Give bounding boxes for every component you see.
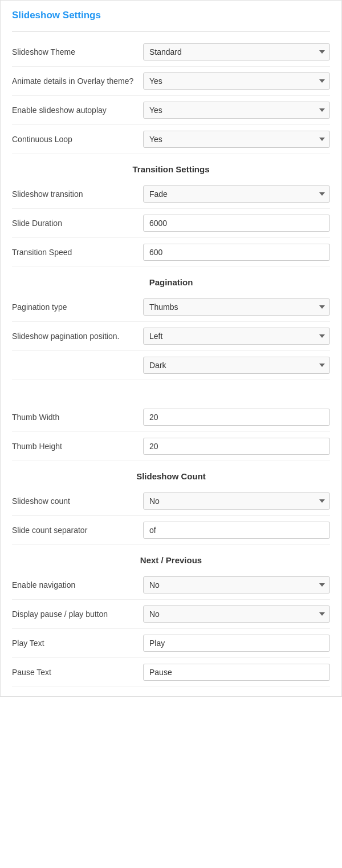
next-previous-heading: Next / Previous	[12, 545, 330, 571]
slide-duration-label: Slide Duration	[12, 219, 143, 228]
slide-duration-input[interactable]	[143, 215, 330, 232]
slideshow-transition-control: Fade Slide Zoom	[143, 185, 330, 203]
play-text-row: Play Text	[12, 629, 330, 658]
play-text-control	[143, 635, 330, 652]
thumb-height-row: Thumb Height	[12, 432, 330, 461]
thumb-height-input[interactable]	[143, 438, 330, 455]
animate-details-label: Animate details in Overlay theme?	[12, 76, 143, 86]
pause-text-label: Pause Text	[12, 668, 143, 677]
animate-details-row: Animate details in Overlay theme? Yes No	[12, 67, 330, 96]
thumb-height-label: Thumb Height	[12, 442, 143, 451]
slideshow-transition-row: Slideshow transition Fade Slide Zoom	[12, 180, 330, 209]
enable-autoplay-row: Enable slideshow autoplay Yes No	[12, 96, 330, 125]
continuous-loop-control: Yes No	[143, 131, 330, 148]
enable-navigation-row: Enable navigation No Yes	[12, 571, 330, 600]
slideshow-transition-label: Slideshow transition	[12, 189, 143, 199]
enable-navigation-label: Enable navigation	[12, 580, 143, 590]
slide-count-separator-label: Slide count separator	[12, 526, 143, 535]
enable-autoplay-label: Enable slideshow autoplay	[12, 106, 143, 115]
slideshow-count-select[interactable]: No Yes	[143, 492, 330, 510]
pause-text-row: Pause Text	[12, 658, 330, 687]
display-pause-label: Display pause / play button	[12, 609, 143, 619]
slideshow-theme-label: Slideshow Theme	[12, 47, 143, 56]
thumb-width-label: Thumb Width	[12, 413, 143, 422]
pagination-heading: Pagination	[12, 267, 330, 293]
play-text-input[interactable]	[143, 635, 330, 652]
pagination-type-select[interactable]: Thumbs Bullets Numbers None	[143, 298, 330, 316]
animate-details-select[interactable]: Yes No	[143, 72, 330, 90]
pagination-position-label: Slideshow pagination position.	[12, 332, 143, 341]
continuous-loop-row: Continuous Loop Yes No	[12, 125, 330, 154]
slide-duration-row: Slide Duration	[12, 209, 330, 238]
enable-autoplay-control: Yes No	[143, 102, 330, 119]
thumb-height-control	[143, 438, 330, 455]
transition-speed-row: Transition Speed	[12, 238, 330, 267]
slideshow-count-row: Slideshow count No Yes	[12, 487, 330, 516]
slideshow-count-label: Slideshow count	[12, 496, 143, 506]
slide-count-separator-row: Slide count separator	[12, 516, 330, 545]
pagination-position-control: Left Center Right	[143, 328, 330, 345]
pagination-theme-select[interactable]: Dark Light	[143, 357, 330, 374]
enable-navigation-control: No Yes	[143, 576, 330, 594]
animate-details-control: Yes No	[143, 72, 330, 90]
pause-text-input[interactable]	[143, 664, 330, 681]
thumb-width-row: Thumb Width	[12, 403, 330, 432]
play-text-label: Play Text	[12, 639, 143, 648]
transition-speed-control	[143, 244, 330, 261]
slide-count-separator-input[interactable]	[143, 522, 330, 539]
transition-speed-label: Transition Speed	[12, 248, 143, 257]
slideshow-transition-select[interactable]: Fade Slide Zoom	[143, 185, 330, 203]
enable-navigation-select[interactable]: No Yes	[143, 576, 330, 594]
page-title: Slideshow Settings	[12, 10, 330, 21]
pagination-position-select[interactable]: Left Center Right	[143, 328, 330, 345]
thumb-width-input[interactable]	[143, 409, 330, 426]
display-pause-select[interactable]: No Yes	[143, 605, 330, 623]
pagination-type-row: Pagination type Thumbs Bullets Numbers N…	[12, 293, 330, 322]
pagination-position-row: Slideshow pagination position. Left Cent…	[12, 322, 330, 351]
slideshow-count-control: No Yes	[143, 492, 330, 510]
slide-duration-control	[143, 215, 330, 232]
enable-autoplay-select[interactable]: Yes No	[143, 102, 330, 119]
slideshow-theme-control: Standard Overlay Dark Light	[143, 43, 330, 60]
pagination-theme-row: Dark Light	[12, 351, 330, 380]
display-pause-row: Display pause / play button No Yes	[12, 600, 330, 629]
continuous-loop-label: Continuous Loop	[12, 135, 143, 144]
transition-settings-heading: Transition Settings	[12, 154, 330, 180]
pagination-type-label: Pagination type	[12, 302, 143, 312]
thumb-width-control	[143, 409, 330, 426]
slideshow-count-heading: Slideshow Count	[12, 461, 330, 487]
slideshow-theme-select[interactable]: Standard Overlay Dark Light	[143, 43, 330, 60]
display-pause-control: No Yes	[143, 605, 330, 623]
transition-speed-input[interactable]	[143, 244, 330, 261]
slideshow-theme-row: Slideshow Theme Standard Overlay Dark Li…	[12, 38, 330, 67]
pause-text-control	[143, 664, 330, 681]
slide-count-separator-control	[143, 522, 330, 539]
continuous-loop-select[interactable]: Yes No	[143, 131, 330, 148]
pagination-theme-control: Dark Light	[143, 357, 330, 374]
pagination-type-control: Thumbs Bullets Numbers None	[143, 298, 330, 316]
